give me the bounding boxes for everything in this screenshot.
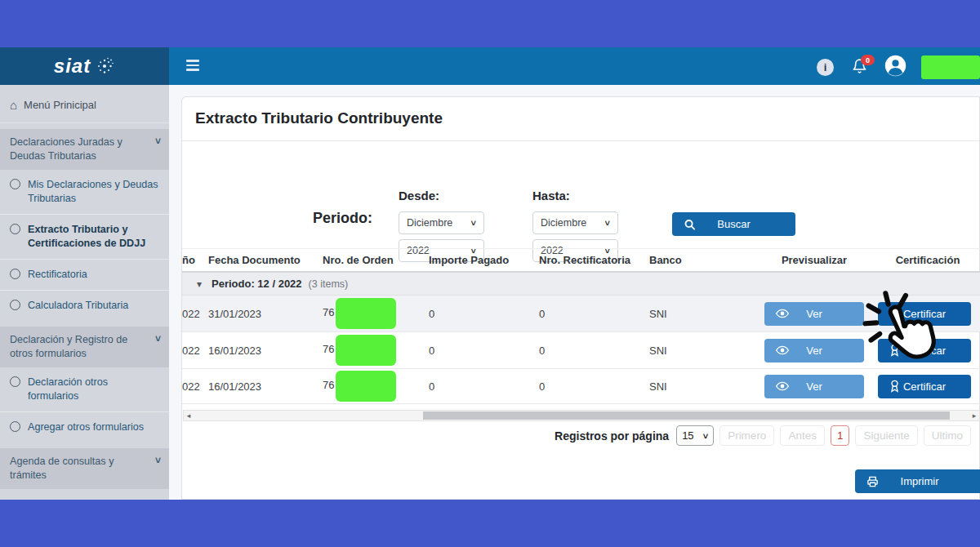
sidebar-section-declaraciones-juradas[interactable]: Declaraciones Juradas y Deudas Tributari… [0, 129, 169, 170]
scrollbar-thumb[interactable] [423, 411, 950, 420]
app-window: siat i 0 [0, 47, 980, 500]
cell-importe: 0 [429, 308, 539, 320]
current-page-button[interactable]: 1 [831, 425, 850, 446]
sidebar-section-agenda[interactable]: Agenda de consultas y trámites ˅ [0, 448, 169, 489]
radio-icon [10, 421, 20, 432]
col-header-banco: Banco [649, 254, 754, 266]
sidebar-item-extracto-tributario[interactable]: Extracto Tributario y Certificaciones de… [0, 214, 169, 259]
periodo-label: Periodo: [313, 210, 372, 227]
award-icon [889, 380, 900, 393]
section-label: Agenda de consultas y trámites [10, 456, 114, 481]
ultimo-button[interactable]: Ultimo [924, 425, 971, 446]
col-header-orden: Nro. de Orden [323, 254, 429, 266]
sidebar-home-label: Menú Prinicipal [24, 98, 96, 113]
page-size-select[interactable]: 15 ˅ [676, 425, 714, 446]
sidebar-item-label: Agenda de consultas y trámites [10, 499, 154, 500]
pagination: Registros por página 15 ˅ Primero Antes … [182, 425, 971, 446]
caret-down-icon: ▾ [197, 278, 202, 290]
ver-button[interactable]: Ver [764, 375, 864, 398]
sidebar-item-label: Rectificatoria [28, 268, 87, 282]
ver-label: Ver [806, 345, 822, 357]
sidebar-item-agenda-consultas[interactable]: Agenda de consultas y trámites [0, 489, 169, 500]
col-header-fecha: Fecha Documento [208, 254, 323, 266]
sidebar-item-label: Mis Declaraciones y Deudas Tributarias [28, 178, 159, 206]
notification-badge: 0 [861, 55, 875, 65]
eye-icon [776, 345, 789, 355]
period-group-row[interactable]: ▾ Periodo: 12 / 2022 (3 items) [182, 273, 980, 296]
cell-anio: 022 [182, 380, 208, 393]
printer-icon [866, 475, 879, 487]
chevron-down-icon: ˅ [605, 218, 610, 228]
cell-anio: 022 [182, 345, 208, 357]
cell-rectificatoria: 0 [539, 345, 649, 357]
cell-anio: 022 [182, 308, 208, 320]
group-label: Periodo: 12 / 2022 [212, 278, 302, 290]
imprimir-button[interactable]: Imprimir [855, 469, 980, 493]
certificar-button[interactable]: Certificar [878, 375, 971, 398]
certificar-label: Certificar [903, 380, 946, 393]
cell-banco: SNI [649, 380, 754, 393]
sidebar-item-declaracion-otros-formularios[interactable]: Declaración otros formularios [0, 367, 169, 411]
antes-button[interactable]: Antes [780, 425, 825, 446]
sidebar-item-calculadora[interactable]: Calculadora Tributaria [0, 290, 169, 321]
content-card: Extracto Tributario Contribuyente Period… [181, 96, 980, 500]
hamburger-menu-icon[interactable] [186, 60, 199, 73]
siguiente-button[interactable]: Siguiente [855, 425, 917, 446]
chevron-down-icon: ˅ [471, 218, 476, 228]
horizontal-scrollbar[interactable]: ◂ ▸ [183, 410, 980, 421]
orden-redaction [336, 335, 396, 366]
ver-button[interactable]: Ver [764, 302, 864, 326]
screenshot-frame: siat i 0 [0, 0, 980, 547]
imprimir-label: Imprimir [901, 475, 939, 487]
ver-button[interactable]: Ver [764, 339, 864, 362]
award-icon [889, 344, 900, 357]
buscar-button[interactable]: Buscar [672, 212, 795, 236]
radio-icon [10, 269, 20, 279]
cell-rectificatoria: 0 [539, 308, 649, 320]
sidebar-item-menu-principal[interactable]: ⌂ Menú Prinicipal [0, 85, 169, 123]
info-icon[interactable]: i [817, 59, 834, 76]
orden-prefix: 76 [323, 343, 334, 355]
cell-orden: 76 [323, 371, 429, 402]
page-size-value: 15 [682, 429, 693, 442]
cell-certificacion: Certificar [875, 339, 980, 362]
col-header-rectificatoria: Nro. Rectificatoria [539, 254, 649, 266]
eye-icon [776, 381, 789, 391]
sidebar-item-agregar-otros-formularios[interactable]: Agregar otros formularios [0, 411, 169, 442]
main-content: Extracto Tributario Contribuyente Period… [169, 85, 980, 500]
sidebar-item-rectificatoria[interactable]: Rectificatoria [0, 259, 169, 290]
records-per-page-label: Registros por página [555, 429, 669, 442]
certificar-button[interactable]: Certificar [878, 339, 971, 362]
cell-certificacion: Certificar [875, 375, 980, 398]
col-header-importe: Importe Pagado [429, 254, 539, 266]
certificar-label: Certificar [903, 345, 946, 357]
cell-importe: 0 [429, 345, 539, 357]
cell-previsualizar: Ver [754, 302, 875, 326]
sidebar-item-mis-declaraciones[interactable]: Mis Declaraciones y Deudas Tributarias [0, 170, 169, 214]
search-icon [684, 218, 696, 230]
desde-month-value: Diciembre [407, 217, 452, 229]
cell-certificacion: Certificar [875, 302, 980, 326]
orden-redaction [336, 371, 396, 402]
home-icon: ⌂ [10, 97, 17, 113]
notifications-bell[interactable]: 0 [852, 58, 871, 76]
cell-banco: SNI [649, 345, 754, 357]
ver-label: Ver [806, 380, 822, 393]
user-avatar[interactable] [884, 54, 907, 78]
scroll-right-icon[interactable]: ▸ [969, 411, 979, 420]
certificar-button[interactable]: Certificar [878, 302, 971, 326]
primero-button[interactable]: Primero [719, 425, 774, 446]
certificar-label: Certificar [903, 308, 946, 320]
cell-previsualizar: Ver [754, 375, 875, 398]
hasta-month-select[interactable]: Diciembre ˅ [532, 211, 618, 234]
scroll-left-icon[interactable]: ◂ [184, 411, 194, 420]
siat-logo-burst-icon [94, 56, 115, 77]
section-label: Declaración y Registro de otros formular… [10, 334, 127, 359]
sidebar-section-declaracion-otros[interactable]: Declaración y Registro de otros formular… [0, 327, 169, 367]
desde-month-select[interactable]: Diciembre ˅ [399, 211, 484, 234]
sidebar-item-label: Agregar otros formularios [28, 420, 144, 434]
cell-importe: 0 [429, 380, 539, 393]
cell-fecha: 16/01/2023 [208, 380, 323, 393]
orden-redaction [336, 298, 396, 329]
sidebar-item-label: Extracto Tributario y Certificaciones de… [28, 223, 159, 251]
